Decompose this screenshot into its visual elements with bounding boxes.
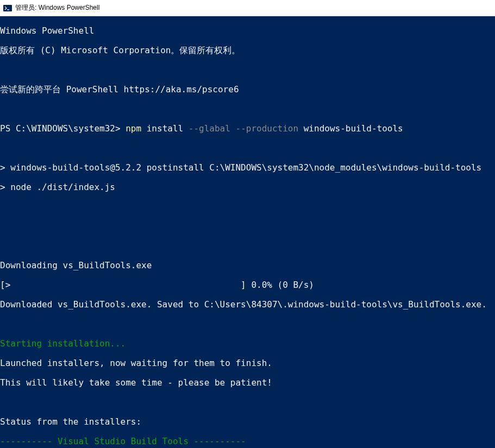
install-msg: Launched installers, now waiting for the… xyxy=(0,358,495,368)
download-line: Downloaded vs_BuildTools.exe. Saved to C… xyxy=(0,300,495,310)
header-line: Windows PowerShell xyxy=(0,26,495,36)
cmd-flags: --glabal --production xyxy=(189,123,298,134)
blank-line xyxy=(0,65,495,75)
header-line: 尝试新的跨平台 PowerShell https://aka.ms/pscore… xyxy=(0,85,495,94)
blank-line xyxy=(0,397,495,407)
ps-prompt: PS C:\WINDOWS\system32> xyxy=(0,123,126,134)
svg-rect-0 xyxy=(3,5,12,11)
blank-line xyxy=(0,104,495,114)
titlebar[interactable]: 管理员: Windows PowerShell xyxy=(0,0,495,16)
postinstall-line: > windows-build-tools@5.2.2 postinstall … xyxy=(0,163,495,173)
install-msg: This will likely take some time - please… xyxy=(0,378,495,388)
window-title: 管理员: Windows PowerShell xyxy=(15,3,99,12)
postinstall-line: > node ./dist/index.js xyxy=(0,182,495,192)
blank-line xyxy=(0,241,495,251)
cmd-text: windows-build-tools xyxy=(298,123,403,134)
powershell-icon xyxy=(3,4,12,12)
blank-line xyxy=(0,319,495,329)
header-line: 版权所有 (C) Microsoft Corporation。保留所有权利。 xyxy=(0,46,495,55)
cmd-npm: npm xyxy=(126,123,141,134)
status-header: Status from the installers: xyxy=(0,417,495,427)
blank-line xyxy=(0,143,495,153)
starting-install: Starting installation... xyxy=(0,339,495,349)
blank-line xyxy=(0,222,495,231)
terminal-body[interactable]: Windows PowerShell 版权所有 (C) Microsoft Co… xyxy=(0,16,495,448)
blank-line xyxy=(0,202,495,212)
cmd-text: install xyxy=(141,123,189,134)
progress-bar: [> ] 0.0% (0 B/s) xyxy=(0,280,495,290)
prompt-line: PS C:\WINDOWS\system32> npm install --gl… xyxy=(0,124,495,134)
download-line: Downloading vs_BuildTools.exe xyxy=(0,261,495,270)
vs-divider: ---------- Visual Studio Build Tools ---… xyxy=(0,437,495,446)
